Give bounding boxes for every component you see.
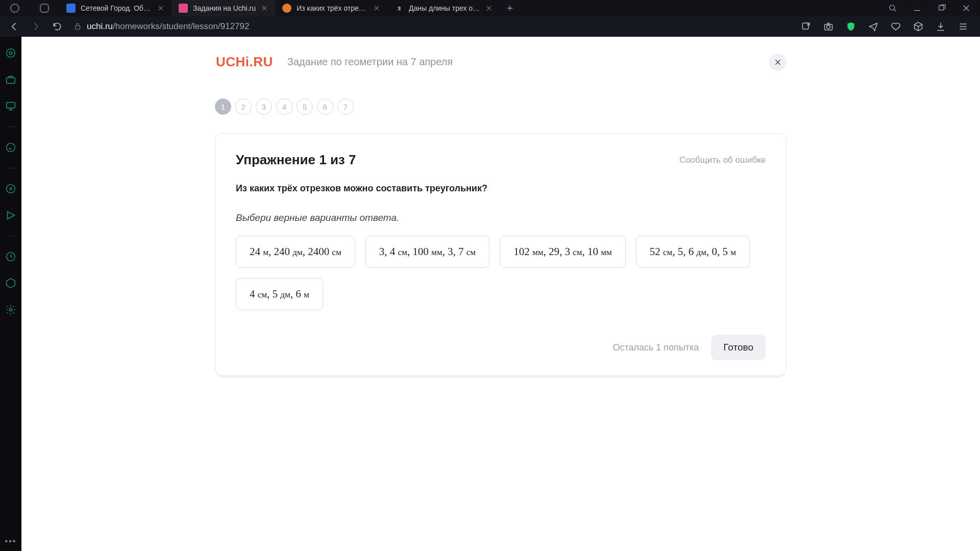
tab-znanija[interactable]: з Даны длины трех отрезко (387, 0, 500, 16)
svg-rect-9 (7, 103, 15, 108)
favicon-icon: з (395, 4, 404, 13)
nav-forward-icon[interactable] (27, 17, 45, 36)
answer-option-1[interactable]: 24 м, 240 дм, 2400 см (236, 236, 355, 268)
step-3[interactable]: 3 (256, 98, 272, 115)
heart-icon[interactable] (890, 21, 901, 32)
tab-close-icon[interactable] (485, 5, 493, 12)
svg-point-10 (7, 143, 15, 152)
rail-briefcase-icon[interactable] (5, 73, 17, 86)
camera-icon[interactable] (823, 21, 834, 32)
rail-clock-icon[interactable] (5, 251, 17, 263)
tab-label: Из каких трёх отрезков м (297, 4, 368, 12)
page-viewport: UCHi.RU Задание по геометрии на 7 апреля… (21, 37, 980, 551)
question-text: Из каких трёх отрезков можно составить т… (236, 183, 766, 194)
rail-divider (7, 236, 15, 236)
nav-reload-icon[interactable] (48, 17, 66, 36)
svg-rect-3 (802, 23, 808, 29)
step-1[interactable]: 1 (215, 98, 231, 115)
answer-option-2[interactable]: 3, 4 см, 100 мм, 3, 7 см (365, 236, 489, 268)
favicon-icon (66, 4, 76, 13)
rail-whatsapp-icon[interactable] (5, 141, 17, 154)
tab-label: Задания на Uchi.ru (193, 4, 256, 12)
close-icon (774, 58, 782, 66)
nav-back-icon[interactable] (5, 17, 23, 36)
step-5[interactable]: 5 (297, 98, 313, 115)
window-minimize-icon[interactable] (911, 2, 924, 15)
browser-logo-icon (0, 0, 30, 16)
tab-sgo[interactable]: Сетевой Город. Образова (59, 0, 172, 16)
browser-title-bar: Сетевой Город. Образова Задания на Uchi.… (0, 0, 980, 16)
rail-play-icon[interactable] (5, 209, 17, 221)
favicon-icon (282, 4, 291, 13)
tab-yandex[interactable]: Из каких трёх отрезков м (275, 0, 387, 16)
step-7[interactable]: 7 (337, 98, 354, 115)
url-field[interactable]: uchi.ru/homeworks/student/lesson/912792 (69, 18, 791, 35)
svg-point-14 (9, 308, 12, 311)
browser-url-bar: uchi.ru/homeworks/student/lesson/912792 (0, 16, 980, 37)
answer-options: 24 м, 240 дм, 2400 см3, 4 см, 100 мм, 3,… (236, 236, 766, 310)
menu-icon[interactable] (958, 21, 969, 32)
svg-point-5 (827, 26, 830, 29)
download-icon[interactable] (935, 21, 946, 32)
close-assignment-button[interactable] (769, 54, 787, 71)
tab-label: Сетевой Город. Образова (81, 4, 152, 12)
answer-option-4[interactable]: 52 см, 5, 6 дм, 0, 5 м (636, 236, 750, 268)
step-6[interactable]: 6 (317, 98, 333, 115)
window-close-icon[interactable] (960, 2, 973, 15)
tab-close-icon[interactable] (157, 5, 164, 12)
answer-option-3[interactable]: 102 мм, 29, 3 см, 10 мм (500, 236, 626, 268)
favicon-icon (179, 4, 188, 13)
answer-option-5[interactable]: 4 см, 5 дм, 6 м (236, 278, 323, 310)
svg-point-11 (7, 185, 15, 193)
svg-point-0 (890, 5, 895, 10)
rail-box-icon[interactable] (5, 277, 17, 289)
done-button[interactable]: Готово (711, 335, 766, 360)
svg-point-12 (10, 188, 12, 190)
step-4[interactable]: 4 (276, 98, 292, 115)
rail-divider (7, 127, 15, 127)
browser-side-rail: ••• (0, 37, 21, 551)
tab-label: Даны длины трех отрезко (409, 4, 480, 12)
url-text: uchi.ru/homeworks/student/lesson/912792 (87, 21, 249, 32)
step-indicator: 1234567 (215, 98, 787, 115)
svg-rect-2 (75, 26, 80, 30)
tab-uchi-active[interactable]: Задания на Uchi.ru (172, 0, 275, 16)
shield-check-icon[interactable] (845, 21, 856, 32)
assignment-subtitle: Задание по геометрии на 7 апреля (287, 56, 453, 68)
exercise-card: Упражнение 1 из 7 Сообщить об ошибке Из … (215, 133, 787, 376)
cube-icon[interactable] (913, 21, 924, 32)
browser-app-icon (30, 0, 59, 16)
tab-close-icon[interactable] (261, 5, 268, 12)
new-tab-button[interactable] (500, 0, 520, 16)
svg-rect-1 (939, 6, 944, 10)
svg-rect-8 (7, 78, 15, 83)
share-icon[interactable] (800, 21, 812, 32)
hint-text: Выбери верные варианты ответа. (236, 212, 766, 223)
svg-point-6 (7, 49, 15, 58)
rail-monitor-icon[interactable] (5, 100, 17, 112)
lock-icon (74, 22, 82, 31)
rail-more-icon[interactable]: ••• (5, 537, 17, 551)
rail-divider (7, 168, 15, 168)
rail-home-icon[interactable] (5, 47, 17, 59)
tab-close-icon[interactable] (373, 5, 380, 12)
attempts-remaining: Осталась 1 попытка (612, 342, 699, 353)
svg-point-7 (9, 52, 12, 55)
exercise-title: Упражнение 1 из 7 (236, 152, 356, 168)
report-error-link[interactable]: Сообщить об ошибке (679, 155, 766, 165)
window-maximize-icon[interactable] (935, 2, 948, 15)
step-2[interactable]: 2 (235, 98, 252, 115)
send-icon[interactable] (868, 21, 879, 32)
rail-disc-icon[interactable] (5, 183, 17, 195)
search-icon[interactable] (886, 2, 899, 15)
brand-logo: UCHi.RU (216, 54, 273, 70)
rail-gear-icon[interactable] (5, 304, 17, 316)
